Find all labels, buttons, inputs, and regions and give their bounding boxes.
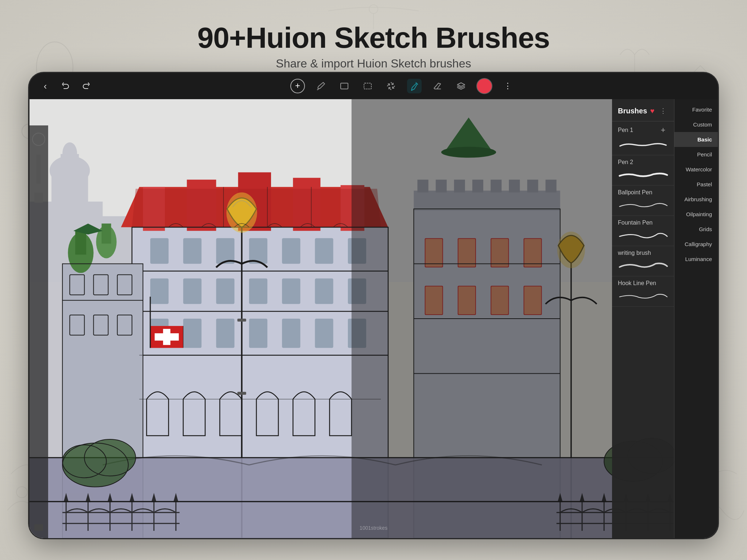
ballpoint-group-header: Ballpoint Pen xyxy=(612,186,674,197)
pen2-label: Pen 2 xyxy=(618,159,668,166)
add-button[interactable]: + xyxy=(290,79,305,93)
pen1-brush-item[interactable] xyxy=(612,137,674,155)
back-button[interactable]: ‹ xyxy=(38,79,53,93)
watermark: 1001strokes xyxy=(360,525,387,531)
svg-rect-56 xyxy=(75,231,86,254)
redo-button[interactable] xyxy=(79,79,93,93)
layers-button[interactable] xyxy=(454,79,468,93)
svg-point-20 xyxy=(62,142,77,164)
svg-rect-37 xyxy=(183,279,201,304)
svg-rect-34 xyxy=(315,238,333,264)
left-sidebar xyxy=(29,125,48,538)
svg-rect-38 xyxy=(216,279,235,304)
toolbar-left: ‹ xyxy=(38,79,93,93)
pen1-label: Pen 1 xyxy=(618,127,658,133)
favorite-button[interactable]: ♥ xyxy=(647,105,658,117)
color-picker[interactable] xyxy=(477,79,492,93)
sidebar-rect-tool[interactable] xyxy=(34,192,43,203)
category-pastel[interactable]: Pastel xyxy=(674,177,718,192)
category-list: Favorite Custom Basic Pencil Watercolor … xyxy=(674,99,718,538)
sidebar-small-rect[interactable] xyxy=(34,524,43,531)
svg-rect-109 xyxy=(237,392,246,395)
category-watercolor[interactable]: Watercolor xyxy=(674,162,718,177)
brush-list: Brushes ♥ ⋮ Pen 1 + Pen 2 xyxy=(612,99,674,538)
svg-rect-47 xyxy=(282,319,300,348)
writing-brush-item[interactable] xyxy=(612,258,674,276)
svg-rect-29 xyxy=(150,238,169,264)
svg-rect-11 xyxy=(364,83,371,89)
svg-rect-45 xyxy=(216,319,235,348)
promo-subtitle: Share & import Huion Sketch brushes xyxy=(0,57,747,70)
svg-rect-36 xyxy=(150,279,169,304)
transform-button[interactable] xyxy=(384,79,398,93)
ballpoint-label: Ballpoint Pen xyxy=(618,189,668,196)
pen-tool-button[interactable] xyxy=(407,79,422,93)
toolbar-center: + xyxy=(96,79,709,93)
svg-rect-40 xyxy=(282,279,300,304)
svg-point-107 xyxy=(227,192,257,233)
svg-rect-33 xyxy=(282,238,300,264)
category-grids[interactable]: Grids xyxy=(674,222,718,237)
more-options-button[interactable]: ⋮ xyxy=(500,79,515,93)
svg-rect-46 xyxy=(249,319,267,348)
category-pencil[interactable]: Pencil xyxy=(674,147,718,162)
svg-point-8 xyxy=(369,5,378,13)
brush-tool-button[interactable] xyxy=(314,79,328,93)
category-custom[interactable]: Custom xyxy=(674,117,718,132)
svg-point-6 xyxy=(16,487,27,498)
category-oilpainting[interactable]: Oilpainting xyxy=(674,207,718,222)
brush-panel-header: Brushes ♥ ⋮ xyxy=(612,99,674,121)
svg-rect-10 xyxy=(341,83,348,89)
fountain-label: Fountain Pen xyxy=(618,219,668,226)
svg-rect-70 xyxy=(155,333,179,341)
pen2-brush-item[interactable] xyxy=(612,167,674,186)
brushes-panel: Brushes ♥ ⋮ Pen 1 + Pen 2 xyxy=(612,99,718,538)
hookline-group-header: Hook Line Pen xyxy=(612,276,674,288)
fountain-group-header: Fountain Pen xyxy=(612,216,674,228)
eraser-button[interactable] xyxy=(430,79,445,93)
category-calligraphy[interactable]: Calligraphy xyxy=(674,237,718,252)
svg-rect-32 xyxy=(249,238,267,264)
svg-rect-39 xyxy=(249,279,267,304)
promo-title: 90+Huion Sketch Brushes xyxy=(0,22,747,54)
svg-rect-58 xyxy=(102,223,111,244)
sidebar-slider[interactable] xyxy=(36,155,41,184)
svg-rect-108 xyxy=(237,319,246,322)
pen2-group-header: Pen 2 xyxy=(612,155,674,167)
hookline-brush-item[interactable] xyxy=(612,288,674,307)
brushes-title: Brushes xyxy=(618,107,647,115)
undo-button[interactable] xyxy=(58,79,73,93)
brushes-more-button[interactable]: ⋮ xyxy=(658,105,668,117)
pen1-group-header: Pen 1 + xyxy=(612,121,674,137)
hookline-label: Hook Line Pen xyxy=(618,280,668,287)
fountain-brush-item[interactable] xyxy=(612,228,674,246)
ballpoint-brush-item[interactable] xyxy=(612,197,674,216)
selection-button[interactable] xyxy=(360,79,375,93)
svg-rect-44 xyxy=(183,319,201,348)
svg-rect-48 xyxy=(315,319,333,348)
writing-label: writing brush xyxy=(618,250,668,256)
pen1-add-button[interactable]: + xyxy=(658,125,668,135)
writing-group-header: writing brush xyxy=(612,246,674,258)
category-favorite[interactable]: Favorite xyxy=(674,102,718,117)
promo-header: 90+Huion Sketch Brushes Share & import H… xyxy=(0,22,747,70)
category-airbrushing[interactable]: Airbrushing xyxy=(674,192,718,207)
toolbar: ‹ + xyxy=(29,73,718,99)
canvas-area: Brushes ♥ ⋮ Pen 1 + Pen 2 xyxy=(29,99,718,538)
svg-rect-31 xyxy=(216,238,235,264)
tablet-frame: ‹ + xyxy=(29,73,718,538)
svg-rect-41 xyxy=(315,279,333,304)
category-luminance[interactable]: Luminance xyxy=(674,252,718,267)
svg-rect-30 xyxy=(183,238,201,264)
category-basic[interactable]: Basic xyxy=(674,132,718,147)
canvas-button[interactable] xyxy=(337,79,352,93)
sidebar-circle-tool[interactable] xyxy=(32,133,45,146)
